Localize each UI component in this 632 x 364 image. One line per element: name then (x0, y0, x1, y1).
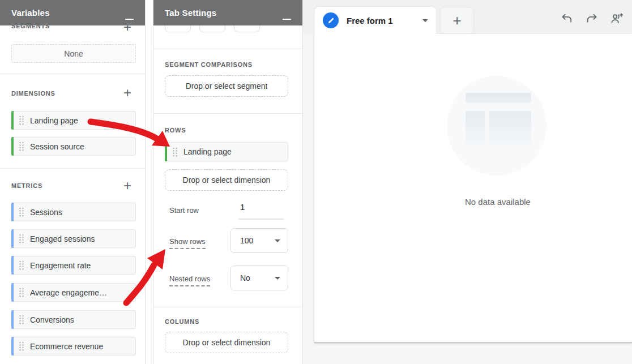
rows-dimension-chip-label: Landing page (183, 147, 232, 156)
metric-chip-label: Average engageme… (30, 288, 107, 297)
dimension-chip[interactable]: Landing page (11, 111, 136, 130)
minimize-icon[interactable] (125, 19, 134, 20)
divider (153, 307, 302, 307)
drag-handle-icon[interactable] (19, 207, 24, 217)
show-rows-value: 100 (240, 236, 253, 245)
metric-chip-label: Conversions (30, 315, 74, 324)
variables-panel-title: Variables (11, 8, 50, 18)
drag-handle-icon[interactable] (172, 147, 178, 157)
nested-rows-select[interactable]: No (230, 265, 288, 290)
dimension-chip-label: Session source (30, 142, 84, 151)
show-rows-select[interactable]: 100 (230, 228, 288, 253)
divider (0, 74, 145, 74)
metric-accent-bar (11, 337, 14, 356)
metric-chip[interactable]: Ecommerce revenue (11, 337, 136, 356)
rows-section-label: ROWS (165, 127, 186, 134)
nested-rows-value: No (240, 273, 250, 282)
rows-dropzone-label: Drop or select dimension (183, 175, 271, 185)
minimize-icon[interactable] (283, 19, 291, 20)
placeholder-left-block (466, 111, 485, 146)
dimension-accent-bar (165, 142, 167, 161)
add-user-icon[interactable] (610, 12, 624, 25)
dimensions-section-label: DIMENSIONS (11, 90, 55, 97)
empty-state-illustration (447, 76, 546, 175)
chevron-down-icon (275, 239, 280, 242)
dimension-chip[interactable]: Session source (11, 137, 136, 156)
redo-icon[interactable] (585, 12, 599, 25)
metric-chip-label: Ecommerce revenue (30, 342, 103, 351)
segments-none-box[interactable]: None (11, 44, 136, 63)
canvas-toolbar (560, 12, 624, 25)
dimension-accent-bar (11, 111, 14, 130)
visualization-canvas: No data available (314, 34, 632, 343)
metric-accent-bar (11, 310, 14, 329)
segments-none-label: None (64, 49, 83, 58)
metric-chip[interactable]: Conversions (11, 310, 136, 329)
columns-dimension-dropzone[interactable]: Drop or select dimension (165, 332, 288, 353)
metric-accent-bar (11, 203, 14, 221)
variables-panel-header: Variables (0, 0, 145, 25)
start-row-input[interactable]: 1 (240, 202, 245, 212)
metric-chip-label: Engaged sessions (30, 234, 95, 243)
metric-chip[interactable]: Sessions (11, 203, 136, 221)
segment-comparisons-section-label: SEGMENT COMPARISONS (165, 61, 253, 68)
metric-chip[interactable]: Engaged sessions (11, 229, 136, 248)
drag-handle-icon[interactable] (19, 115, 24, 125)
chevron-down-icon (275, 277, 280, 280)
start-row-label: Start row (169, 206, 199, 215)
dimension-chip-label: Landing page (30, 116, 78, 125)
start-row-input-underline (238, 219, 284, 220)
rows-dimension-chip[interactable]: Landing page (165, 142, 288, 161)
metric-accent-bar (11, 229, 14, 248)
tab-settings-panel-title: Tab Settings (165, 8, 216, 18)
placeholder-header-bar (466, 93, 531, 103)
dimension-accent-bar (11, 137, 14, 156)
tab-settings-panel-header: Tab Settings (153, 0, 302, 25)
columns-dropzone-label: Drop or select dimension (183, 338, 271, 347)
tab-label: Free form 1 (347, 16, 393, 25)
drag-handle-icon[interactable] (19, 288, 24, 297)
nested-rows-label: Nested rows (169, 275, 210, 286)
add-metric-plus-icon[interactable]: + (123, 179, 131, 192)
variables-panel: Variables SEGMENTS + None DIMENSIONS + L… (0, 0, 146, 364)
metric-chip[interactable]: Average engageme… (11, 283, 136, 302)
exploration-canvas-area: Free form 1 + (303, 0, 632, 364)
tab-free-form-1[interactable]: Free form 1 (315, 7, 436, 34)
drag-handle-icon[interactable] (19, 341, 24, 351)
undo-icon[interactable] (560, 12, 574, 25)
columns-section-label: COLUMNS (165, 318, 199, 325)
metric-chip-label: Engagement rate (30, 261, 91, 270)
placeholder-right-block (489, 111, 531, 146)
drag-handle-icon[interactable] (19, 234, 24, 243)
add-tab-button[interactable]: + (440, 7, 474, 34)
metric-chip[interactable]: Engagement rate (11, 256, 136, 275)
divider (153, 113, 302, 114)
drag-handle-icon[interactable] (19, 260, 24, 270)
show-rows-label: Show rows (169, 237, 206, 249)
pencil-icon (323, 12, 339, 28)
metric-accent-bar (11, 256, 14, 275)
tab-chevron-down-icon[interactable] (422, 19, 428, 22)
divider (0, 168, 145, 169)
no-data-message: No data available (441, 197, 554, 207)
metrics-section-label: METRICS (11, 182, 42, 189)
add-dimension-plus-icon[interactable]: + (123, 86, 131, 100)
segment-dropzone-label: Drop or select segment (186, 82, 268, 91)
divider (153, 49, 302, 49)
rows-dimension-dropzone[interactable]: Drop or select dimension (165, 169, 288, 191)
metric-chip-label: Sessions (30, 208, 62, 217)
metric-accent-bar (11, 283, 14, 302)
tab-settings-panel: Tab Settings SEGMENT COMPARISONS Drop or… (153, 0, 303, 364)
drag-handle-icon[interactable] (19, 142, 24, 151)
segment-dropzone[interactable]: Drop or select segment (165, 75, 288, 97)
drag-handle-icon[interactable] (19, 315, 24, 324)
